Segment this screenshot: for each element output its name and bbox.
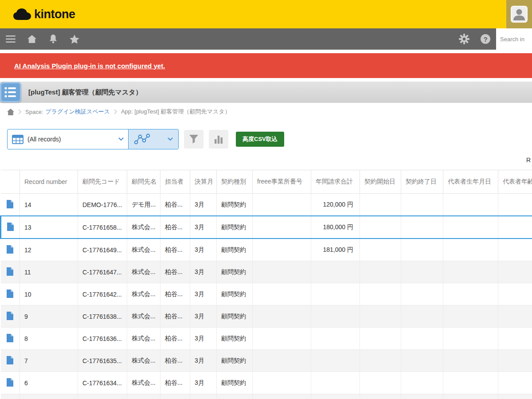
cell-record-number: 11 xyxy=(20,261,78,283)
filter-button[interactable] xyxy=(184,130,203,149)
breadcrumb-app-label: App: [plugTest] 顧客管理（顧問先マスタ） xyxy=(121,108,231,116)
header-record-number[interactable]: Record number xyxy=(20,170,78,194)
cell-open-record xyxy=(1,239,20,261)
table-row[interactable] xyxy=(1,394,532,399)
header-client-name[interactable]: 顧問先名 xyxy=(127,170,160,194)
header-freee-office-number[interactable]: freee事業所番号 xyxy=(253,170,311,194)
open-record-icon[interactable] xyxy=(7,289,13,298)
table-row[interactable]: 8 C-17761636... 株式会... 柏谷... 3月 顧問契約 xyxy=(1,328,532,350)
cell-rep-age xyxy=(498,372,532,394)
favorites-button[interactable] xyxy=(64,28,85,50)
list-app-icon xyxy=(0,82,21,102)
table-row[interactable]: 14 DEMO-1776... デモ用... 柏谷... 3月 顧問契約 120… xyxy=(1,194,532,216)
cell-client-code: C-17761658... xyxy=(78,216,127,239)
cell-contract-type: 顧問契約 xyxy=(217,239,253,261)
view-group: (All records) xyxy=(7,129,179,149)
open-record-icon[interactable] xyxy=(7,267,13,276)
header-fiscal-month[interactable]: 決算月 xyxy=(190,170,217,194)
cell-freee-office-number xyxy=(253,328,311,350)
table-row[interactable]: 13 C-17761658... 株式会... 柏谷... 3月 顧問契約 18… xyxy=(1,216,532,239)
cell-freee-office-number xyxy=(253,394,311,399)
cell-contract-type: 顧問契約 xyxy=(217,283,253,305)
cell-record-number: 7 xyxy=(20,350,78,372)
header-client-code[interactable]: 顧問先コード xyxy=(78,170,127,194)
user-avatar-button[interactable] xyxy=(506,0,532,28)
chevron-separator-icon xyxy=(18,109,21,114)
open-record-icon[interactable] xyxy=(7,312,13,320)
cell-contract-type: 顧問契約 xyxy=(217,350,253,372)
cell-freee-office-number xyxy=(253,305,311,328)
cell-rep-age xyxy=(498,283,532,305)
cell-client-code: C-17761636... xyxy=(78,328,127,350)
table-row[interactable]: 12 C-17761649... 株式会... 柏谷... 3月 顧問契約 18… xyxy=(1,239,532,261)
cell-rep-birthdate xyxy=(443,239,498,261)
cell-annual-billing-total xyxy=(311,350,360,372)
cell-annual-billing-total xyxy=(311,394,360,399)
header-person-in-charge[interactable]: 担当者 xyxy=(160,170,190,194)
advanced-csv-import-button[interactable]: 高度CSV取込 xyxy=(236,132,284,147)
kintone-logo[interactable]: kintone xyxy=(0,8,75,21)
histogram-icon xyxy=(214,135,223,144)
kintone-logo-text: kintone xyxy=(34,8,75,21)
header-contract-start[interactable]: 契約開始日 xyxy=(360,170,401,194)
open-record-icon[interactable] xyxy=(7,200,13,208)
view-selector-dropdown[interactable]: (All records) xyxy=(8,129,129,149)
cell-client-name: 株式会... xyxy=(127,372,160,394)
help-button[interactable]: ? xyxy=(475,28,496,50)
breadcrumb-home-icon[interactable] xyxy=(7,109,14,115)
open-record-icon[interactable] xyxy=(7,334,13,342)
cell-open-record xyxy=(1,216,20,239)
cell-rep-age xyxy=(498,328,532,350)
notifications-button[interactable] xyxy=(43,28,64,50)
open-record-icon[interactable] xyxy=(7,378,13,387)
cell-person-in-charge xyxy=(160,394,190,399)
cell-person-in-charge: 柏谷... xyxy=(160,261,190,283)
cell-rep-birthdate xyxy=(443,305,498,328)
open-record-icon[interactable] xyxy=(7,356,13,364)
open-record-icon[interactable] xyxy=(7,245,13,254)
cell-open-record xyxy=(1,394,20,399)
cell-client-name: 株式会... xyxy=(127,350,160,372)
table-row[interactable]: 11 C-17761647... 株式会... 柏谷... 3月 顧問契約 xyxy=(1,261,532,283)
hamburger-icon xyxy=(6,35,16,43)
cell-record-number: 10 xyxy=(20,283,78,305)
header-rep-birthdate[interactable]: 代表者生年月日 xyxy=(443,170,498,194)
cell-person-in-charge: 柏谷... xyxy=(160,283,190,305)
app-icon[interactable] xyxy=(0,82,21,104)
chevron-separator-icon xyxy=(114,109,117,114)
search-input[interactable] xyxy=(496,28,532,50)
settings-button[interactable] xyxy=(454,28,475,50)
menu-button[interactable] xyxy=(0,28,21,50)
table-row[interactable]: 7 C-17761635... 株式会... 柏谷... 3月 顧問契約 xyxy=(1,350,532,372)
breadcrumb-space-link[interactable]: プラグイン検証スペース xyxy=(45,108,110,116)
home-icon xyxy=(7,109,14,115)
graph-view-button[interactable] xyxy=(129,129,178,149)
chart-aggregate-button[interactable] xyxy=(209,130,228,149)
cell-annual-billing-total xyxy=(311,372,360,394)
cell-annual-billing-total: 180,000 円 xyxy=(311,216,360,239)
header-contract-type[interactable]: 契約種別 xyxy=(217,170,253,194)
table-row[interactable]: 9 C-17761638... 株式会... 柏谷... 3月 顧問契約 xyxy=(1,305,532,328)
bell-icon xyxy=(49,35,57,43)
header-icon-column xyxy=(1,170,20,194)
table-row[interactable]: 10 C-17761642... 株式会... 柏谷... 3月 顧問契約 xyxy=(1,283,532,305)
global-nav-left xyxy=(0,28,85,50)
cell-rep-birthdate xyxy=(443,216,498,239)
cell-client-code: C-17761635... xyxy=(78,350,127,372)
user-avatar-icon xyxy=(511,6,528,23)
app-header: [plugTest] 顧客管理（顧問先マスタ） xyxy=(0,82,532,103)
funnel-icon xyxy=(189,135,198,144)
open-record-icon[interactable] xyxy=(7,223,14,231)
header-annual-billing-total[interactable]: 年間請求合計 xyxy=(311,170,360,194)
cell-record-number: 13 xyxy=(20,216,78,239)
cell-freee-office-number xyxy=(253,372,311,394)
table-row[interactable]: 6 C-17761634... 株式会... 柏谷... 3月 顧問契約 xyxy=(1,372,532,394)
global-nav-right: ? xyxy=(454,28,532,50)
app-title[interactable]: [plugTest] 顧客管理（顧問先マスタ） xyxy=(28,88,142,97)
header-contract-end[interactable]: 契約終了日 xyxy=(401,170,443,194)
portal-home-button[interactable] xyxy=(21,28,43,50)
header-rep-age[interactable]: 代表者年齢 xyxy=(498,170,532,194)
cell-annual-billing-total xyxy=(311,305,360,328)
plugin-warning-link[interactable]: AI Analysis Plugin plug-in is not config… xyxy=(14,62,165,70)
cell-freee-office-number xyxy=(253,261,311,283)
